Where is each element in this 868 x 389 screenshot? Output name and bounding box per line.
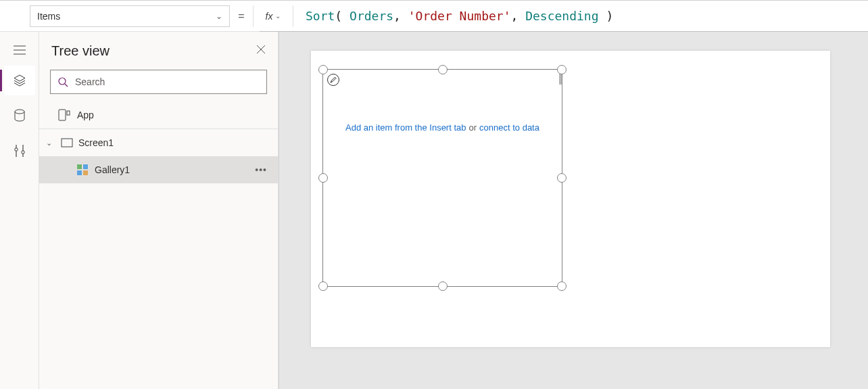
pencil-icon (330, 76, 337, 83)
svg-point-0 (15, 110, 24, 114)
property-selector[interactable]: Items ⌄ (30, 5, 230, 27)
tok: ( (335, 9, 349, 23)
screen-row[interactable]: ⌄ Screen1 (39, 129, 278, 156)
app-label: App (77, 110, 94, 120)
chevron-down-icon: ⌄ (275, 12, 281, 20)
svg-rect-4 (59, 110, 66, 120)
tok-ident: Orders (349, 9, 393, 23)
svg-rect-1 (15, 148, 18, 151)
tok-func: Sort (306, 9, 335, 23)
resize-handle-ne[interactable] (557, 65, 566, 74)
tok-enum: Descending (525, 9, 598, 23)
chevron-down-icon: ⌄ (46, 139, 55, 147)
svg-rect-2 (22, 151, 24, 154)
svg-rect-10 (83, 170, 88, 175)
screen-icon (61, 138, 73, 147)
fx-label: fx (266, 11, 273, 22)
tools-button[interactable] (4, 136, 35, 166)
resize-handle-n[interactable] (438, 65, 448, 74)
resize-handle-e[interactable] (557, 173, 566, 183)
gallery-icon (77, 164, 88, 175)
placeholder-mid: or (466, 122, 480, 133)
artboard[interactable]: Add an item from the Insert taborconnect… (311, 51, 830, 347)
search-icon (57, 76, 68, 87)
layers-icon (13, 74, 26, 87)
close-icon (256, 45, 266, 54)
svg-point-3 (59, 78, 66, 85)
tok: ) (599, 9, 614, 23)
tree-title: Tree view (51, 43, 110, 59)
tree-view-button[interactable] (4, 66, 35, 95)
gallery-row[interactable]: Gallery1 ••• (39, 156, 278, 183)
resize-handle-nw[interactable] (318, 65, 328, 74)
hamburger-icon (14, 45, 26, 55)
app-row[interactable]: App (39, 101, 278, 129)
tok: , (393, 9, 408, 23)
hamburger-button[interactable] (4, 40, 35, 60)
formula-input[interactable]: Sort ( Orders , 'Order Number' , Descend… (293, 9, 868, 23)
svg-rect-7 (77, 164, 82, 169)
gallery-label: Gallery1 (95, 164, 130, 175)
gallery-placeholder: Add an item from the Insert taborconnect… (323, 122, 562, 133)
fx-dropdown[interactable]: fx ⌄ (253, 5, 293, 27)
insert-link[interactable]: Add an item from the Insert tab (345, 122, 466, 133)
close-button[interactable] (256, 45, 266, 57)
screen-label: Screen1 (78, 137, 114, 148)
svg-rect-6 (62, 139, 72, 147)
resize-handle-sw[interactable] (318, 281, 328, 291)
resize-handle-s[interactable] (438, 281, 448, 291)
resize-handle-se[interactable] (557, 281, 566, 291)
gallery-control[interactable]: Add an item from the Insert taborconnect… (322, 69, 562, 287)
edit-pen-button[interactable] (327, 74, 339, 86)
svg-rect-8 (83, 164, 88, 169)
connect-data-link[interactable]: connect to data (479, 122, 539, 133)
app-icon (58, 109, 70, 121)
svg-rect-5 (67, 111, 70, 115)
equals-label: = (230, 10, 253, 22)
left-rail (0, 32, 39, 389)
search-input[interactable] (75, 76, 260, 87)
property-name: Items (37, 11, 60, 22)
resize-handle-w[interactable] (318, 173, 328, 183)
database-icon (14, 109, 26, 122)
canvas-area[interactable]: Add an item from the Insert taborconnect… (279, 32, 868, 389)
chevron-down-icon: ⌄ (216, 12, 222, 21)
tree-panel: Tree view App ⌄ Screen1 (39, 32, 279, 389)
toolbox-icon (14, 144, 26, 158)
tok: , (510, 9, 525, 23)
svg-rect-9 (77, 170, 82, 175)
tok-string: 'Order Number' (408, 9, 511, 23)
more-button[interactable]: ••• (255, 164, 267, 175)
data-button[interactable] (4, 101, 35, 131)
search-input-wrap[interactable] (50, 70, 267, 94)
